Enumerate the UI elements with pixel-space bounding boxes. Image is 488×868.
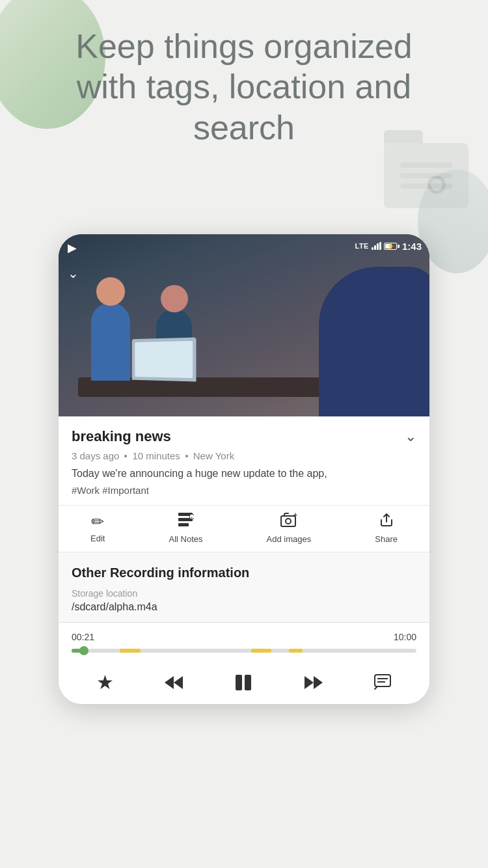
time-total: 10:00 [394,632,416,642]
all-notes-action[interactable]: + All Notes [169,512,202,544]
note-title-row: breaking news ⌄ [72,428,416,445]
share-label: Share [375,534,398,544]
note-time-ago: 3 days ago [72,450,119,461]
player-controls: ★ [72,664,416,704]
chat-button[interactable] [373,673,392,692]
svg-rect-10 [236,675,242,690]
time-current: 00:21 [72,632,94,642]
storage-label: Storage location [72,588,416,599]
play-button[interactable]: ▶ [68,241,77,255]
note-content: breaking news ⌄ 3 days ago 10 minutes Ne… [59,416,429,506]
add-images-icon: + [280,512,298,532]
share-icon [379,512,394,532]
phone-mockup: LTE ⚡ 1:43 ▶ ⌄ [59,234,429,704]
svg-text:+: + [191,515,193,519]
edit-label: Edit [90,534,105,543]
svg-marker-8 [165,676,174,689]
note-body: Today we're announcing a huge new update… [72,467,416,481]
share-action[interactable]: Share [375,512,398,544]
favorite-button[interactable]: ★ [96,671,114,694]
chevron-down-icon[interactable]: ⌄ [405,428,416,445]
recording-panel: Other Recording information Storage loca… [59,552,429,623]
svg-rect-2 [178,523,189,526]
all-notes-icon: + [177,512,194,532]
edit-action[interactable]: ✏ Edit [90,513,105,543]
battery-icon: ⚡ [384,243,400,250]
status-bar: LTE ⚡ 1:43 [59,234,429,258]
progress-segment-3 [289,649,303,653]
header-title: Keep things organized with tags, locatio… [52,26,436,148]
video-person3 [319,267,429,416]
svg-marker-9 [174,676,183,689]
video-head2 [161,285,188,312]
edit-icon: ✏ [91,513,104,531]
storage-path: /sdcard/alpha.m4a [72,601,416,613]
video-area[interactable]: LTE ⚡ 1:43 ▶ ⌄ [59,234,429,416]
time-row: 00:21 10:00 [72,632,416,642]
note-duration: 10 minutes [132,450,180,461]
svg-rect-11 [245,675,251,690]
status-bar-right: LTE ⚡ 1:43 [355,241,422,252]
note-tags: #Work #Important [72,485,416,496]
rewind-button[interactable] [163,673,184,692]
audio-player: 00:21 10:00 ★ [59,623,429,704]
svg-rect-14 [375,675,390,686]
expand-button[interactable]: ⌄ [68,265,79,281]
svg-point-6 [286,519,291,524]
video-head1 [96,277,125,306]
recording-title: Other Recording information [72,565,416,580]
progress-bar[interactable] [72,649,416,653]
progress-thumb[interactable] [79,646,88,655]
action-bar: ✏ Edit + All Notes [59,506,429,552]
note-title: breaking news [72,428,171,445]
svg-marker-12 [305,676,314,689]
pause-button[interactable] [233,672,254,693]
video-person1 [91,303,130,381]
add-images-action[interactable]: + Add images [267,512,312,544]
forward-button[interactable] [303,673,324,692]
svg-marker-13 [314,676,323,689]
header-section: Keep things organized with tags, locatio… [0,26,488,148]
progress-segment-1 [120,649,141,653]
signal-bars [372,242,381,250]
lte-indicator: LTE [355,242,369,250]
progress-segment-2 [251,649,272,653]
meta-dot-2 [185,455,188,457]
add-images-label: Add images [267,534,312,544]
note-location: New York [193,450,234,461]
note-meta: 3 days ago 10 minutes New York [72,450,416,461]
meta-dot-1 [124,455,127,457]
video-laptop [132,338,197,382]
all-notes-label: All Notes [169,534,202,544]
status-time: 1:43 [402,241,422,252]
svg-text:+: + [293,512,297,519]
